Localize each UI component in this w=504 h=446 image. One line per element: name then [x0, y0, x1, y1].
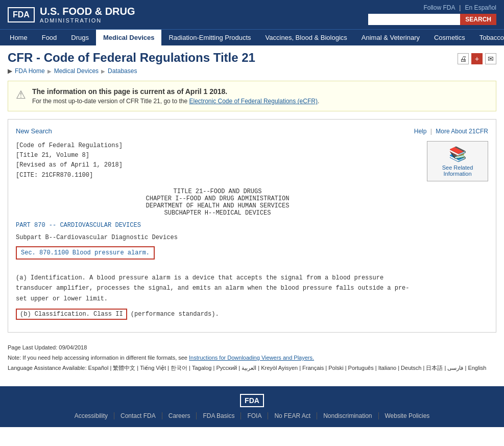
cfr-class-box: (b) Classification. Class II [16, 309, 127, 320]
fda-badge: FDA [8, 7, 35, 22]
cfr-classification: (b) Classification. Class II (performanc… [16, 309, 419, 319]
nav-item-cosmetics[interactable]: Cosmetics [427, 30, 472, 45]
divider: | [459, 4, 461, 11]
nav-item-medical-devices[interactable]: Medical Devices [96, 30, 161, 45]
cfr-meta-line3: [Revised as of April 1, 2018] [16, 160, 419, 170]
books-icon: 📚 [431, 146, 484, 162]
action-icons: 🖨 + ✉ [458, 53, 496, 64]
cfr-main: [Code of Federal Regulations] [Title 21,… [16, 141, 419, 324]
footer-accessibility[interactable]: Accessibility [68, 412, 114, 419]
nav-item-radiation[interactable]: Radiation-Emitting Products [161, 30, 258, 45]
warning-icon: ⚠ [16, 88, 26, 102]
last-updated: Page Last Updated: 09/04/2018 [8, 343, 496, 353]
header-right: Follow FDA | En Español SEARCH [368, 4, 496, 25]
related-info-label: See Related Information [431, 165, 484, 177]
note-link[interactable]: Instructions for Downloading Viewers and… [189, 355, 314, 361]
help-link[interactable]: Help [414, 128, 427, 135]
breadcrumb: ▶ FDA Home ▶ Medical Devices ▶ Databases [8, 67, 496, 75]
search-input[interactable] [368, 14, 460, 25]
footer-foia[interactable]: FOIA [241, 412, 268, 419]
breadcrumb-databases[interactable]: Databases [108, 67, 137, 75]
cfr-part: PART 870 -- CARDIOVASCULAR DEVICES [16, 222, 419, 229]
new-search-link[interactable]: New Search [16, 127, 52, 135]
cfr-section-container: Sec. 870.1100 Blood pressure alarm. [16, 246, 419, 266]
divider: | [430, 128, 432, 135]
cfr-body-text: (a) Identification. A blood pressure ala… [16, 273, 419, 304]
cfr-section-box: Sec. 870.1100 Blood pressure alarm. [16, 246, 155, 260]
bookmark-icon[interactable]: + [471, 53, 483, 64]
breadcrumb-medical-devices[interactable]: Medical Devices [54, 67, 99, 75]
footer-careers[interactable]: Careers [162, 412, 197, 419]
cfr-part-link[interactable]: PART 870 -- CARDIOVASCULAR DEVICES [16, 222, 141, 229]
breadcrumb-separator-2: ▶ [101, 68, 105, 74]
email-icon[interactable]: ✉ [485, 53, 496, 64]
warning-box: ⚠ The information on this page is curren… [8, 81, 496, 111]
related-info-button[interactable]: 📚 See Related Information [427, 141, 488, 181]
footer-info: Page Last Updated: 09/04/2018 Note: If y… [8, 343, 496, 373]
nav-item-tobacco[interactable]: Tobacco Products [472, 30, 504, 45]
breadcrumb-arrow-icon: ▶ [8, 67, 12, 75]
site-header: FDA U.S. FOOD & DRUG ADMINISTRATION Foll… [0, 0, 504, 29]
print-icon[interactable]: 🖨 [458, 53, 469, 64]
cfr-title-line4: SUBCHAPTER H--MEDICAL DEVICES [16, 209, 419, 217]
footer-nondiscrimination[interactable]: Nondiscrimination [317, 412, 378, 419]
nav-item-food[interactable]: Food [35, 30, 64, 45]
page-title: CFR - Code of Federal Regulations Title … [8, 51, 496, 65]
cfr-container: New Search Help | More About 21CFR [Code… [8, 119, 496, 333]
language-line: Language Assistance Available: Español |… [8, 363, 496, 373]
related-info: 📚 See Related Information [427, 141, 488, 324]
language-list: Español | 繁體中文 | Tiếng Việt | 한국어 | Taga… [88, 365, 487, 371]
cfr-title-block: TITLE 21--FOOD AND DRUGS CHAPTER I--FOOD… [16, 188, 419, 217]
cfr-meta-line4: [CITE: 21CFR870.1100] [16, 171, 419, 180]
fda-title-sub: ADMINISTRATION [40, 17, 135, 24]
help-links: Help | More About 21CFR [414, 128, 488, 135]
nav-item-home[interactable]: Home [3, 30, 35, 45]
footer-fda-basics[interactable]: FDA Basics [197, 412, 241, 419]
cfr-section-link[interactable]: Sec. 870.1100 Blood pressure alarm. [21, 249, 150, 256]
warning-title: The information on this page is current … [32, 87, 227, 96]
header-links: Follow FDA | En Español [423, 4, 496, 11]
fda-logo: FDA U.S. FOOD & DRUG ADMINISTRATION [8, 6, 135, 24]
cfr-title-line2: CHAPTER I--FOOD AND DRUG ADMINISTRATION [16, 195, 419, 202]
cfr-body: [Code of Federal Regulations] [Title 21,… [16, 141, 488, 324]
warning-body: For the most up-to-date version of CFR T… [32, 98, 319, 105]
follow-fda-link[interactable]: Follow FDA [423, 4, 454, 11]
cfr-meta: [Code of Federal Regulations] [Title 21,… [16, 141, 419, 180]
ecfr-link[interactable]: Electronic Code of Federal Regulations (… [189, 98, 317, 105]
warning-text: The information on this page is current … [32, 87, 319, 105]
breadcrumb-fda-home[interactable]: FDA Home [15, 67, 45, 75]
footer-links: Accessibility Contact FDA Careers FDA Ba… [68, 412, 436, 419]
fda-title-main: U.S. FOOD & DRUG [40, 6, 135, 17]
cfr-classification-end: (performance standards). [131, 311, 219, 318]
language-label: Language Assistance Available: [8, 365, 87, 371]
footer-fda-badge: FDA [240, 394, 264, 407]
cfr-meta-line2: [Title 21, Volume 8] [16, 151, 419, 160]
nav-item-animal[interactable]: Animal & Veterinary [354, 30, 427, 45]
search-bar: SEARCH [368, 14, 496, 25]
footer-contact-fda[interactable]: Contact FDA [114, 412, 162, 419]
fda-title: U.S. FOOD & DRUG ADMINISTRATION [40, 6, 135, 24]
cfr-title-line3: DEPARTMENT OF HEALTH AND HUMAN SERVICES [16, 202, 419, 209]
note-line: Note: If you need help accessing informa… [8, 353, 496, 363]
main-nav: Home Food Drugs Medical Devices Radiatio… [0, 29, 504, 45]
footer-fda-logo: FDA [240, 394, 264, 407]
breadcrumb-separator-1: ▶ [47, 68, 52, 74]
main-content: 🖨 + ✉ CFR - Code of Federal Regulations … [0, 45, 504, 386]
footer-no-fear-act[interactable]: No FEAR Act [268, 412, 317, 419]
search-button[interactable]: SEARCH [460, 14, 496, 25]
cfr-subpart: Subpart B--Cardiovascular Diagnostic Dev… [16, 234, 419, 241]
nav-item-drugs[interactable]: Drugs [64, 30, 96, 45]
cfr-meta-line1: [Code of Federal Regulations] [16, 141, 419, 151]
footer-website-policies[interactable]: Website Policies [379, 412, 436, 419]
cfr-toolbar: New Search Help | More About 21CFR [16, 127, 488, 135]
note-text: Note: If you need help accessing informa… [8, 355, 187, 361]
nav-item-vaccines[interactable]: Vaccines, Blood & Biologics [258, 30, 354, 45]
footer-bar: FDA Accessibility Contact FDA Careers FD… [0, 386, 504, 427]
cfr-title-line1: TITLE 21--FOOD AND DRUGS [16, 188, 419, 195]
en-espanol-link[interactable]: En Español [465, 4, 496, 11]
more-about-link[interactable]: More About 21CFR [436, 128, 488, 135]
